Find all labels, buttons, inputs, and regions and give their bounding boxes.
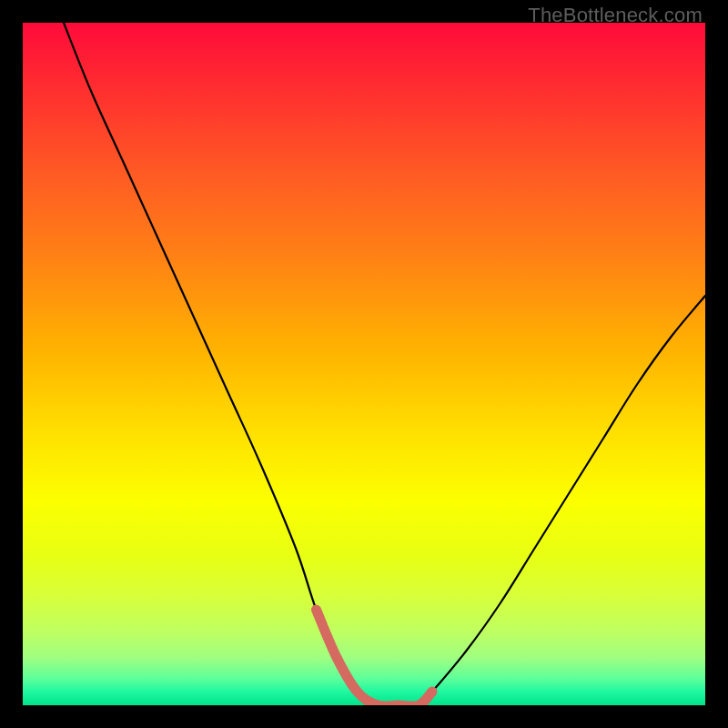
- curve-svg: [23, 23, 705, 705]
- highlight-segment: [317, 610, 433, 705]
- chart-frame: TheBottleneck.com: [0, 0, 728, 728]
- plot-area: [23, 23, 705, 705]
- bottleneck-curve: [64, 23, 705, 705]
